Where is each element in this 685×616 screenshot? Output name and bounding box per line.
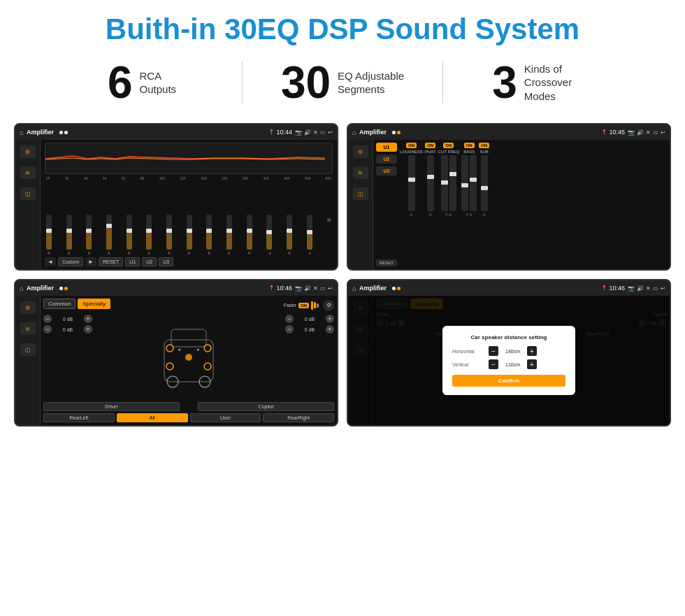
screen-eq: ⌂ Amplifier 📍 10:44 📷 🔊 ✕ ▭ ↩ ⚙ ≋ (14, 123, 338, 271)
speaker-time: 📍 10:46 (268, 285, 292, 292)
slider-track-7[interactable] (166, 215, 172, 250)
slider-track-5[interactable] (127, 215, 132, 250)
eq-sliders: 0 0 0 (45, 183, 333, 255)
slider-track-2[interactable] (66, 215, 72, 250)
next-preset-btn[interactable]: ► (85, 257, 96, 266)
u2-crossover-btn[interactable]: U2 (376, 155, 397, 164)
loudness-label: LOUDNESS (400, 150, 423, 154)
u3-crossover-btn[interactable]: U3 (376, 166, 397, 176)
user-btn[interactable]: User (190, 413, 261, 422)
specialty-tab[interactable]: Specialty (78, 299, 110, 309)
db-minus-1[interactable]: − (43, 315, 52, 323)
slider-fill-10 (226, 232, 232, 250)
channel-sub: ON SUB G (479, 143, 489, 266)
freq-160: 160 (201, 176, 206, 180)
common-tab[interactable]: Common (43, 299, 75, 309)
sub-val: G (483, 213, 486, 217)
db-plus-4[interactable]: + (326, 325, 334, 334)
dot-orange-3 (397, 287, 401, 290)
crossover-sidebar-icon-2: ≋ (353, 166, 368, 179)
horizontal-minus-btn[interactable]: − (489, 346, 498, 356)
u1-crossover-btn[interactable]: U1 (376, 143, 397, 152)
confirm-button[interactable]: Confirm (452, 375, 565, 387)
slider-track-11[interactable] (247, 215, 252, 250)
bass-val: F G (466, 213, 472, 217)
svg-point-6 (204, 345, 211, 352)
slider-track-9[interactable] (206, 215, 212, 250)
driver-btn[interactable]: Driver (43, 402, 180, 411)
slider-thumb-9 (206, 229, 212, 233)
cutfreq-slider-g[interactable] (449, 155, 456, 211)
eq-slider-2: 0 (66, 215, 72, 255)
vertical-value: 110cm (500, 362, 525, 367)
svg-text:◄: ◄ (177, 348, 181, 352)
slider-track-13[interactable] (287, 215, 292, 250)
status-dots-4 (392, 287, 401, 290)
vertical-plus-btn[interactable]: + (527, 359, 537, 369)
crossover-reset-btn[interactable]: RESET (376, 259, 397, 266)
loudness-slider[interactable] (408, 155, 415, 211)
slider-track-6[interactable] (146, 215, 152, 250)
u1-btn[interactable]: U1 (125, 257, 140, 266)
slider-track-8[interactable] (187, 215, 192, 250)
slider-track-12[interactable] (266, 215, 272, 250)
crossover-sidebar-icon-1: ⚙ (353, 145, 368, 158)
db-plus-1[interactable]: + (84, 315, 92, 323)
bass-slider-g[interactable] (470, 155, 477, 211)
reset-btn[interactable]: RESET (99, 257, 123, 266)
phat-on-badge: ON (425, 143, 435, 148)
svg-text:►: ► (196, 348, 201, 352)
speaker-settings-icon[interactable]: ⚙ (323, 300, 334, 311)
loudness-on-badge: ON (406, 143, 417, 148)
slider-track-14[interactable] (307, 215, 312, 250)
speaker-sidebar: ⚙ ≋ ◫ (15, 296, 41, 425)
db-minus-3[interactable]: − (285, 315, 294, 323)
volume-icon-4: 🔊 (637, 285, 644, 292)
sub-slider[interactable] (481, 155, 488, 211)
slider-track-4[interactable] (106, 215, 112, 250)
prev-preset-btn[interactable]: ◄ (45, 257, 56, 266)
distance-dialog: Car speaker distance setting Horizontal … (442, 326, 575, 395)
dot-white-5 (392, 287, 396, 290)
volume-icon-2: 🔊 (637, 129, 644, 136)
eq-slider-12: -1 (266, 215, 272, 255)
db-minus-2[interactable]: − (43, 325, 52, 334)
slider-track-10[interactable] (226, 215, 232, 250)
eq-slider-9: 0 (206, 215, 212, 255)
db-plus-2[interactable]: + (84, 325, 92, 334)
vertical-minus-btn[interactable]: − (489, 359, 498, 369)
channel-loudness: ON LOUDNESS G (400, 143, 423, 266)
sub-on-badge: ON (479, 143, 489, 148)
rearright-btn[interactable]: RearRight (263, 413, 334, 422)
stat-rca: 6 RCAOutputs (42, 60, 242, 105)
u2-btn[interactable]: U2 (142, 257, 157, 266)
rearleft-btn[interactable]: RearLeft (43, 413, 115, 422)
vertical-control: − 110cm + (489, 359, 537, 369)
copilot-btn[interactable]: Copilot (198, 402, 334, 411)
freq-63: 63 (122, 176, 126, 180)
slider-fill-9 (206, 232, 212, 250)
slider-fill-1 (46, 232, 52, 250)
fader-tabs: Common Specialty (43, 299, 110, 309)
freq-80: 80 (140, 176, 145, 180)
topbar-icons-dialog: 📷 🔊 ✕ ▭ ↩ (628, 285, 665, 292)
phat-slider[interactable] (427, 155, 434, 211)
db-plus-3[interactable]: + (326, 315, 334, 323)
bass-slider-f[interactable] (461, 155, 468, 211)
x-icon: ✕ (313, 129, 318, 136)
freq-320: 320 (263, 176, 268, 180)
u3-btn[interactable]: U3 (159, 257, 173, 266)
cutfreq-slider-f[interactable] (441, 155, 448, 211)
db-minus-4[interactable]: − (285, 325, 294, 334)
all-btn[interactable]: All (117, 413, 188, 422)
slider-fill-7 (166, 232, 172, 250)
horizontal-row: Horizontal − 140cm + (452, 346, 565, 356)
slider-track-3[interactable] (86, 215, 92, 250)
horizontal-plus-btn[interactable]: + (527, 346, 537, 356)
status-dots-2 (392, 131, 401, 134)
slider-track-1[interactable] (46, 215, 52, 250)
crossover-channels: ON LOUDNESS G ON PHAT G (400, 143, 667, 266)
distance-dialog-overlay: Car speaker distance setting Horizontal … (348, 296, 670, 425)
speaker-left-controls: − 0 dB + − 0 dB + (43, 315, 92, 400)
slider-thumb-4 (106, 224, 112, 228)
